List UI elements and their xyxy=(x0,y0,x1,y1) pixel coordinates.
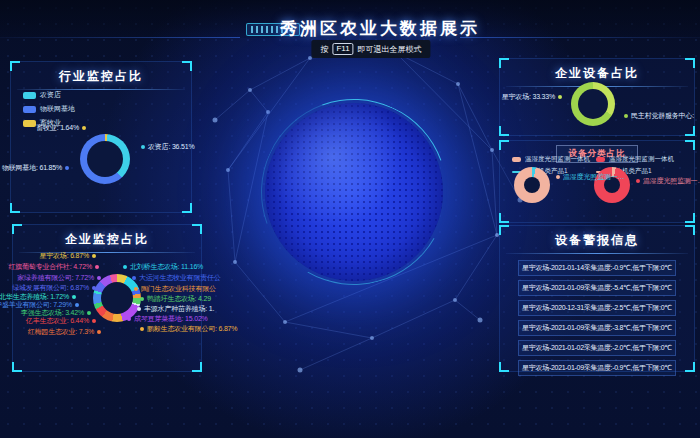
alarm-text: 星宇农场-2021-01-09采集温度:-3.8℃,低于下限:0℃ xyxy=(522,323,672,333)
label-dot xyxy=(72,295,76,299)
label-text: 星宇农场: 33.33% xyxy=(502,92,555,102)
label-text: 星宇农场: 6.87% xyxy=(39,251,89,261)
label-text: 红旗葡萄专业合作社: 4.72% xyxy=(8,262,92,272)
chart-label: 大运河生态牧业有限责任公 xyxy=(132,273,221,283)
label-dot xyxy=(82,126,86,130)
enterprise-device-panel: 企业设备占比 星宇农场: 33.33%民主村党群服务中心: xyxy=(499,58,695,136)
alarm-list: 星宇农场-2021-01-14采集温度:-0.9℃,低于下限:0℃ 星宇农场-2… xyxy=(500,260,694,376)
chart-label: 丰源水产种苗养殖场: 1. xyxy=(137,304,214,314)
label-dot xyxy=(137,307,141,311)
label-text: 亿丰生态农业: 6.44% xyxy=(26,316,89,326)
label-text: 家绿养殖有限公司: 7.72% xyxy=(17,273,94,283)
label-dot xyxy=(624,114,628,118)
panel-title: 行业监控占比 xyxy=(11,62,191,85)
alarm-row: 星宇农场-2020-12-31采集温度:-2.5℃,低于下限:0℃ xyxy=(518,300,676,316)
label-dot xyxy=(140,297,144,301)
donut-hole xyxy=(87,141,123,177)
legend-swatch xyxy=(23,120,36,127)
donut-hole xyxy=(101,282,133,314)
alarm-row: 星宇农场-2021-01-02采集温度:-2.0℃,低于下限:0℃ xyxy=(518,340,676,356)
donut-hole xyxy=(524,177,540,193)
chart-label: 鹏毅生态农业有限公司: 6.87% xyxy=(140,324,237,334)
chart-label: 鸭踏圩生态农场: 4.29 xyxy=(140,294,211,304)
alarm-row: 星宇农场-2021-01-14采集温度:-0.9℃,低于下限:0℃ xyxy=(518,260,676,276)
label-dot xyxy=(132,276,136,280)
label-dot xyxy=(134,287,138,291)
legend-swatch xyxy=(512,157,521,162)
alarm-row: 星宇农场-2021-01-09采集温度:-5.4℃,低于下限:0℃ xyxy=(518,280,676,296)
label-text: 农资店: 36.51% xyxy=(148,142,194,152)
label-dot xyxy=(558,95,562,99)
label-dot xyxy=(127,317,131,321)
label-text: 畜牧业: 1.64% xyxy=(36,123,79,133)
chart-label: 家绿养殖有限公司: 7.72% xyxy=(17,273,101,283)
label-text: 红梅园生态农业: 7.3% xyxy=(28,327,94,337)
legend-label: 农资店 xyxy=(40,90,61,100)
fullscreen-hint: 按 F11 即可退出全屏模式 xyxy=(311,40,430,58)
f11-key-cap: F11 xyxy=(332,43,353,55)
alarm-text: 星宇农场-2021-01-14采集温度:-0.9℃,低于下限:0℃ xyxy=(522,263,672,273)
label-text: 民主村党群服务中心: xyxy=(631,111,694,121)
chart-label: 温湿度光照监测一… xyxy=(636,176,700,186)
hint-prefix: 按 xyxy=(320,44,328,55)
page-title: 秀洲区农业大数据展示 xyxy=(60,17,700,40)
label-text: 鸭踏圩生态农场: 4.29 xyxy=(147,294,211,304)
title-divider xyxy=(506,253,688,254)
chart-label: 温湿度光照监测一… xyxy=(556,172,624,182)
chart-label: 畜牧业: 1.64% xyxy=(36,123,86,133)
label-dot xyxy=(92,254,96,258)
panel-title: 企业设备占比 xyxy=(500,59,694,82)
alarm-row: 星宇农场-2021-01-09采集温度:-0.9℃,低于下限:0℃ xyxy=(518,360,676,376)
category-left-donut-chart[interactable] xyxy=(514,167,550,203)
legend-label: 物联网基地 xyxy=(40,104,75,114)
chart-label: 农资店: 36.51% xyxy=(141,142,194,152)
label-text: 物联网基地: 61.85% xyxy=(2,163,62,173)
legend-item-nongzidian[interactable]: 农资店 xyxy=(23,90,75,100)
panel-title: 设备警报信息 xyxy=(500,226,694,249)
legend-label: 温湿度光照监测一体机 xyxy=(525,155,590,164)
label-dot xyxy=(97,330,101,334)
enterprise-monitor-panel: 企业监控占比 星宇农场: 6.87%红旗葡萄专业合作社: 4.72%家绿养殖有限… xyxy=(12,224,202,372)
legend-item-wulianwang[interactable]: 物联网基地 xyxy=(23,104,75,114)
chart-label: 星宇农场: 6.87% xyxy=(39,251,96,261)
chart-label: 物联网基地: 61.85% xyxy=(2,163,69,173)
label-dot xyxy=(123,265,127,269)
label-text: 陶门生态农业科技有限公 xyxy=(141,284,216,294)
legend-swatch xyxy=(596,157,605,162)
chart-label: 红梅园生态农业: 7.3% xyxy=(28,327,101,337)
donut-hole xyxy=(578,89,608,119)
alarm-row: 星宇农场-2021-01-09采集温度:-3.8℃,低于下限:0℃ xyxy=(518,320,676,336)
alarm-text: 星宇农场-2021-01-09采集温度:-5.4℃,低于下限:0℃ xyxy=(522,283,672,293)
device-donut-chart[interactable] xyxy=(571,82,615,126)
legend-item-yitiji[interactable]: 温湿度光照监测一体机 xyxy=(512,155,590,164)
label-dot xyxy=(97,276,101,280)
label-dot xyxy=(92,319,96,323)
label-text: 鹏毅生态农业有限公司: 6.87% xyxy=(147,324,237,334)
label-dot xyxy=(140,327,144,331)
legend-swatch xyxy=(23,92,36,99)
industry-monitor-panel: 行业监控占比 农资店 物联网基地 畜牧业 畜牧业: 1.64%农资店: 36.5… xyxy=(10,61,192,213)
label-dot xyxy=(141,145,145,149)
hint-suffix: 即可退出全屏模式 xyxy=(358,44,422,55)
panel-title: 企业监控占比 xyxy=(13,225,201,248)
label-dot xyxy=(87,311,91,315)
industry-donut-chart[interactable] xyxy=(80,134,130,184)
label-dot xyxy=(75,303,79,307)
chart-label: 北刘桥生态农场: 11.16% xyxy=(123,262,203,272)
chart-label: 民主村党群服务中心: xyxy=(624,111,694,121)
chart-label: 星宇农场: 33.33% xyxy=(502,92,562,102)
alarm-text: 星宇农场-2020-12-31采集温度:-2.5℃,低于下限:0℃ xyxy=(522,303,672,313)
legend-swatch xyxy=(23,106,36,113)
label-dot xyxy=(556,175,560,179)
legend-item-yitiji[interactable]: 温湿度光照监测一体机 xyxy=(596,155,674,164)
globe-visualization[interactable] xyxy=(265,103,443,281)
chart-label: 陶门生态农业科技有限公 xyxy=(134,284,216,294)
label-dot xyxy=(65,166,69,170)
alarm-text: 星宇农场-2021-01-02采集温度:-2.0℃,低于下限:0℃ xyxy=(522,343,672,353)
label-text: 大运河生态牧业有限责任公 xyxy=(139,273,221,283)
legend-label: 温湿度光照监测一体机 xyxy=(609,155,674,164)
label-text: 北刘桥生态农场: 11.16% xyxy=(130,262,203,272)
chart-label: 红旗葡萄专业合作社: 4.72% xyxy=(8,262,99,272)
label-text: 丰源水产种苗养殖场: 1. xyxy=(144,304,214,314)
label-text: 温湿度光照监测一… xyxy=(563,172,624,182)
